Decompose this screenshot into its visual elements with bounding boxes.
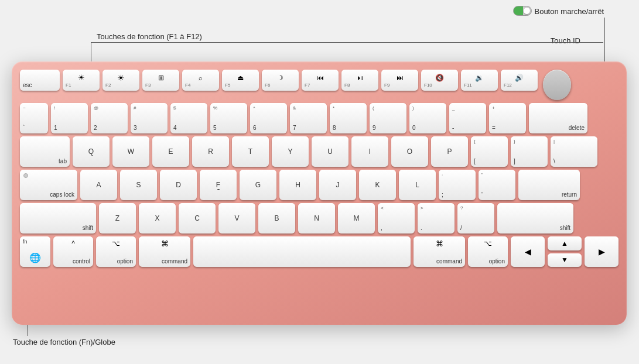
key-5[interactable]: % 5 [210,103,247,133]
key-arrow-right[interactable]: ▶ [585,236,619,267]
key-arrow-down[interactable]: ▼ [548,253,582,267]
key-f5[interactable]: ⏏ F5 [222,70,259,91]
key-i[interactable]: I [351,136,388,167]
key-equals[interactable]: + = [489,103,526,133]
key-n[interactable]: N [298,203,335,233]
key-l[interactable]: L [399,170,436,200]
touchid-leader-line [604,18,605,64]
key-b[interactable]: B [258,203,295,233]
key-f[interactable]: F [200,170,237,200]
touchid-line2 [604,46,605,63]
key-spacebar[interactable] [193,236,411,267]
toggle-knob [524,8,530,14]
key-3[interactable]: # 3 [131,103,168,133]
key-command-left[interactable]: ⌘ command [139,236,190,267]
key-shift-right[interactable]: shift [497,203,573,233]
touch-id-button[interactable] [543,70,571,100]
qwerty-row: tab Q W E R T Y U I O P { [ } ] | \ [20,136,619,167]
key-4[interactable]: $ 4 [170,103,207,133]
key-8[interactable]: * 8 [330,103,367,133]
control-arrow-icon: ^ [71,239,75,248]
fn-bracket-right [604,42,605,63]
capslock-indicator [23,173,28,178]
key-slash[interactable]: ? / [457,203,494,233]
key-command-right[interactable]: ⌘ command [414,236,465,267]
key-p[interactable]: P [431,136,468,167]
key-s[interactable]: S [120,170,157,200]
key-arrow-up[interactable]: ▲ [548,236,582,250]
key-y[interactable]: Y [272,136,309,167]
arrow-right-icon: ▶ [599,247,605,256]
key-0[interactable]: ) 0 [409,103,446,133]
key-option-left[interactable]: ⌥ option [96,236,136,267]
command-left-symbol: ⌘ [161,239,169,248]
key-f10[interactable]: 🔇 F10 [421,70,458,91]
key-minus[interactable]: _ - [449,103,486,133]
key-f12[interactable]: 🔊 F12 [501,70,538,91]
key-1[interactable]: ! 1 [51,103,88,133]
key-o[interactable]: O [391,136,428,167]
key-q[interactable]: Q [73,136,110,167]
key-v[interactable]: V [218,203,255,233]
key-f8[interactable]: ⏯ F8 [341,70,378,91]
key-x[interactable]: X [139,203,176,233]
option-right-symbol: ⌥ [484,239,492,248]
key-comma[interactable]: < , [378,203,415,233]
toggle-pill[interactable] [513,6,532,16]
fn-globe-label: Touche de fonction (Fn)/Globe [13,338,115,346]
key-6[interactable]: ^ 6 [250,103,287,133]
bottom-row: 🌐 fn ^ control ⌥ option ⌘ command ⌘ comm… [20,236,619,267]
zxcv-row: shift Z X C V B N M < , > . ? / shift [20,203,619,233]
key-t[interactable]: T [232,136,269,167]
key-f1[interactable]: ☀ F1 [63,70,100,91]
key-shift-left[interactable]: shift [20,203,96,233]
key-g[interactable]: G [240,170,276,200]
key-period[interactable]: > . [418,203,455,233]
key-r[interactable]: R [192,136,229,167]
option-left-symbol: ⌥ [112,239,120,248]
key-option-right[interactable]: ⌥ option [468,236,508,267]
fn-bracket-top [91,42,603,43]
key-open-bracket[interactable]: { [ [471,136,508,167]
key-semicolon[interactable]: : ; [439,170,476,200]
key-return[interactable]: return [518,170,580,200]
key-j[interactable]: J [319,170,356,200]
key-d[interactable]: D [160,170,197,200]
key-a[interactable]: A [80,170,117,200]
power-toggle[interactable] [513,6,532,16]
power-button-label: Bouton marche/arrêt [534,7,604,16]
key-backslash[interactable]: | \ [551,136,597,167]
arrow-up-down-group: ▲ ▼ [548,236,582,267]
key-m[interactable]: M [338,203,375,233]
key-9[interactable]: ( 9 [370,103,406,133]
key-2[interactable]: @ 2 [91,103,128,133]
key-e[interactable]: E [152,136,189,167]
key-quote[interactable]: " ' [479,170,515,200]
key-capslock[interactable]: caps lock [20,170,77,200]
key-z[interactable]: Z [99,203,136,233]
key-f7[interactable]: ⏮ F7 [302,70,339,91]
globe-icon: 🌐 [29,252,41,263]
key-esc[interactable]: esc [20,70,60,91]
key-close-bracket[interactable]: } ] [511,136,548,167]
key-control[interactable]: ^ control [53,236,93,267]
key-w[interactable]: W [112,136,149,167]
key-tab[interactable]: tab [20,136,70,167]
key-delete[interactable]: delete [529,103,587,133]
key-h[interactable]: H [279,170,316,200]
key-c[interactable]: C [179,203,216,233]
key-f11[interactable]: 🔉 F11 [461,70,498,91]
key-f6[interactable]: ☽ F6 [262,70,299,91]
key-f9[interactable]: ⏭ F9 [381,70,418,91]
key-f4[interactable]: ⌕ F4 [182,70,219,91]
key-u[interactable]: U [312,136,348,167]
key-f3[interactable]: ⊞ F3 [142,70,179,91]
key-k[interactable]: K [359,170,396,200]
key-arrow-left[interactable]: ◀ [511,236,545,267]
key-fn-globe[interactable]: 🌐 fn [20,236,50,267]
fn-bracket-left [91,42,91,63]
key-7[interactable]: & 7 [290,103,327,133]
key-f2[interactable]: ☀ F2 [102,70,139,91]
arrow-down-icon: ▼ [561,256,568,264]
key-backtick[interactable]: ~ ` [20,103,48,133]
